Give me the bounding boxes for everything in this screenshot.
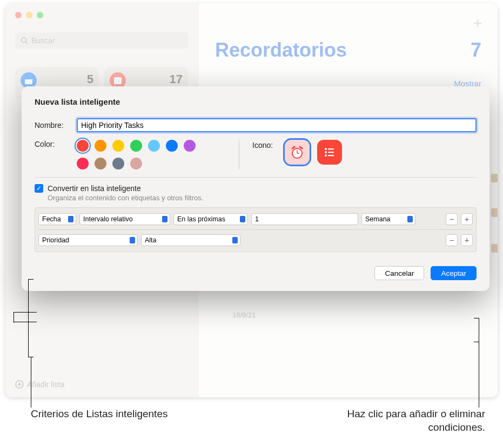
- color-swatch[interactable]: [148, 140, 160, 152]
- callout-bracket-left: [28, 279, 33, 357]
- callout-line: [14, 312, 14, 323]
- svg-point-14: [325, 151, 327, 153]
- color-swatch[interactable]: [77, 158, 89, 169]
- name-label: Nombre:: [35, 121, 77, 130]
- color-swatches: [77, 140, 201, 169]
- add-criteria-button[interactable]: +: [461, 213, 473, 225]
- color-swatch[interactable]: [112, 158, 124, 169]
- svg-rect-15: [328, 152, 334, 153]
- criteria-row: Fecha▴▾Intervalo relativo▴▾En las próxim…: [38, 211, 473, 227]
- callout-bracket-right: [474, 318, 479, 342]
- color-label: Color:: [35, 140, 77, 169]
- svg-point-16: [325, 154, 327, 157]
- criteria-select[interactable]: En las próximas▴▾: [173, 213, 248, 225]
- criteria-select[interactable]: Alta▴▾: [141, 234, 240, 246]
- cancel-button[interactable]: Cancelar: [374, 266, 424, 280]
- color-swatch[interactable]: [77, 140, 89, 152]
- svg-rect-13: [328, 148, 334, 150]
- color-swatch[interactable]: [166, 140, 178, 152]
- color-swatch[interactable]: [95, 158, 106, 169]
- color-swatch[interactable]: [184, 140, 196, 152]
- criteria-select[interactable]: Intervalo relativo▴▾: [79, 213, 170, 225]
- bullet-list-icon: [323, 145, 337, 159]
- callout-line: [31, 357, 31, 408]
- add-criteria-button[interactable]: +: [461, 234, 473, 246]
- name-input[interactable]: [77, 118, 477, 132]
- remove-criteria-button[interactable]: −: [446, 213, 458, 225]
- ok-button[interactable]: Aceptar: [431, 266, 477, 280]
- svg-point-12: [325, 148, 327, 150]
- smart-list-checkbox[interactable]: ✓: [35, 184, 43, 193]
- callout-right-text: Haz clic para añadir o eliminar condicio…: [312, 408, 485, 434]
- dialog-title: Nueva lista inteligente: [35, 97, 477, 106]
- color-swatch[interactable]: [130, 158, 142, 169]
- criteria-select[interactable]: Fecha▴▾: [38, 213, 76, 225]
- criteria-select[interactable]: Semana▴▾: [361, 213, 415, 225]
- criteria-editor: Fecha▴▾Intervalo relativo▴▾En las próxim…: [35, 207, 477, 252]
- criteria-number-input[interactable]: 1: [251, 213, 358, 225]
- color-swatch[interactable]: [130, 140, 142, 152]
- remove-criteria-button[interactable]: −: [446, 234, 458, 246]
- vertical-divider: [239, 140, 239, 169]
- icon-label: Icono:: [252, 140, 285, 150]
- new-smart-list-dialog: Nueva lista inteligente Nombre: Color: I…: [22, 86, 489, 291]
- callout-left-text: Criterios de Listas inteligentes: [31, 408, 171, 421]
- icon-option-list[interactable]: [317, 140, 342, 165]
- criteria-row: Prioridad▴▾Alta▴▾−+: [38, 229, 473, 248]
- svg-rect-17: [328, 155, 334, 156]
- callout-line: [14, 322, 37, 322]
- criteria-select[interactable]: Prioridad▴▾: [38, 234, 138, 246]
- icon-option-alarm[interactable]: [285, 140, 310, 165]
- color-swatch[interactable]: [112, 140, 124, 152]
- smart-list-subtext: Organiza el contenido con etiquetas y ot…: [48, 194, 477, 202]
- callout-line: [479, 342, 479, 408]
- smart-list-checkbox-label: Convertir en lista inteligente: [48, 184, 141, 193]
- alarm-clock-icon: [289, 144, 305, 160]
- color-swatch[interactable]: [95, 140, 106, 152]
- callout-line: [14, 312, 37, 313]
